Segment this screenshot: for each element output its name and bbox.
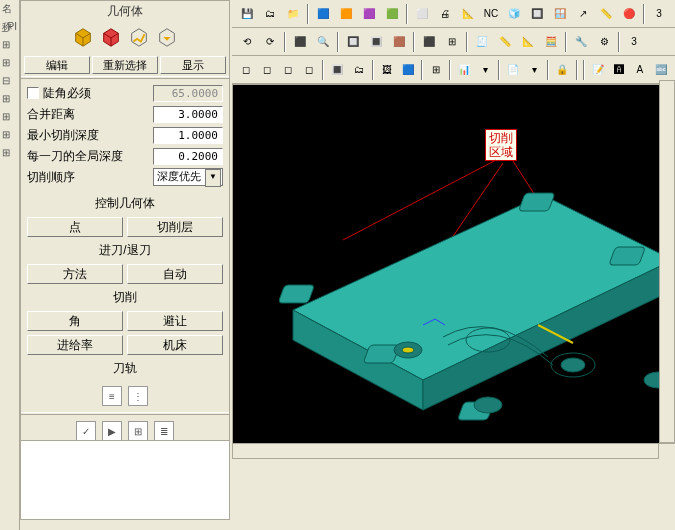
toolbar-button[interactable]: 🟦 xyxy=(312,3,334,25)
toolbar-button[interactable]: 🔍 xyxy=(312,31,334,53)
viewport-scrollbar-vertical[interactable] xyxy=(659,80,675,443)
svg-point-20 xyxy=(474,397,502,413)
toolbar-button[interactable]: 🔳 xyxy=(327,59,347,81)
tree-row[interactable]: ⊞ xyxy=(0,36,19,54)
geom-region-icon[interactable] xyxy=(156,26,178,48)
toolbar-button[interactable]: ⟲ xyxy=(236,31,258,53)
svg-point-18 xyxy=(561,358,585,372)
global-depth-input[interactable]: 0.2000 xyxy=(153,148,223,165)
toolbar-button[interactable]: ⬛ xyxy=(289,31,311,53)
toolbar-button[interactable]: 📝 xyxy=(588,59,608,81)
reselect-button[interactable]: 重新选择 xyxy=(92,56,158,74)
replay-icon[interactable]: ▶ xyxy=(102,421,122,441)
object-tree-strip[interactable]: 名称 _PI ⊞ ⊞ ⊟ ⊞ ⊞ ⊞ ⊞ xyxy=(0,0,20,530)
toolbar-button[interactable]: ⊞ xyxy=(426,59,446,81)
toolbar-button[interactable]: 💾 xyxy=(236,3,258,25)
cut-layer-button[interactable]: 切削层 xyxy=(127,217,223,237)
toolbar-row-2: ⟲⟳⬛🔍🔲🔳🟫⬛⊞🧾📏📐🧮🔧⚙3 xyxy=(232,28,675,56)
toolbar-button[interactable]: NC xyxy=(480,3,502,25)
toolbar-button[interactable]: 🔧 xyxy=(570,31,592,53)
toolbar-stack: 💾🗂📁🟦🟧🟪🟩⬜🖨📐NC🧊🔲🪟↗📏🔴3 ⟲⟳⬛🔍🔲🔳🟫⬛⊞🧾📏📐🧮🔧⚙3 ◻◻◻… xyxy=(232,0,675,85)
corner-button[interactable]: 角 xyxy=(27,311,123,331)
viewport-scrollbar-horizontal[interactable] xyxy=(232,443,659,459)
toolbar-button[interactable]: 🟩 xyxy=(381,3,403,25)
toolbar-button[interactable]: 🔴 xyxy=(618,3,640,25)
toolbar-button[interactable]: ◻ xyxy=(299,59,319,81)
workpiece-model[interactable] xyxy=(273,185,673,415)
toolbar-button[interactable]: ↗ xyxy=(572,3,594,25)
toolpath-section: 刀轨 xyxy=(21,357,229,380)
toolbar-button[interactable]: 🟧 xyxy=(335,3,357,25)
toolbar-button[interactable]: 🖨 xyxy=(434,3,456,25)
toolbar-button[interactable]: ⟳ xyxy=(259,31,281,53)
tree-row[interactable]: ⊟ xyxy=(0,72,19,90)
toolbar-button[interactable]: 3 xyxy=(648,3,670,25)
toolbar-button[interactable]: 📊 xyxy=(454,59,474,81)
tree-row[interactable]: ⊞ xyxy=(0,126,19,144)
toolbar-button[interactable]: 🔤 xyxy=(651,59,671,81)
min-cut-depth-input[interactable]: 1.0000 xyxy=(153,127,223,144)
toolbar-button[interactable]: 🅰 xyxy=(609,59,629,81)
toolbar-button[interactable]: 📄 xyxy=(503,59,523,81)
toolbar-button[interactable]: ▾ xyxy=(475,59,495,81)
toolbar-button[interactable]: 🪟 xyxy=(549,3,571,25)
toolbar-button[interactable]: 🗂 xyxy=(349,59,369,81)
toolbar-button[interactable]: 📐 xyxy=(517,31,539,53)
toolbar-button[interactable]: 📁 xyxy=(282,3,304,25)
toolbar-button[interactable]: 🔲 xyxy=(526,3,548,25)
toolbar-button[interactable]: 📐 xyxy=(457,3,479,25)
list-icon[interactable]: ≣ xyxy=(154,421,174,441)
toolbar-button[interactable]: 🧾 xyxy=(471,31,493,53)
toolbar-button[interactable]: ⚙ xyxy=(593,31,615,53)
cut-order-select[interactable]: 深度优先 xyxy=(153,168,223,186)
toolbar-button[interactable]: 🟦 xyxy=(398,59,418,81)
toolbar-button[interactable]: 3 xyxy=(623,31,645,53)
merge-distance-input[interactable]: 3.0000 xyxy=(153,106,223,123)
tree-row[interactable]: ⊞ xyxy=(0,54,19,72)
edit-button[interactable]: 编辑 xyxy=(24,56,90,74)
dialog-title: 几何体 xyxy=(21,1,229,22)
tree-row[interactable]: _PI xyxy=(0,18,19,36)
toolbar-button[interactable]: 🔲 xyxy=(342,31,364,53)
verify-icon[interactable]: ⊞ xyxy=(128,421,148,441)
toolbar-button[interactable]: 🔒 xyxy=(552,59,572,81)
toolbar-button[interactable]: 🧊 xyxy=(503,3,525,25)
toolbar-button[interactable]: 📏 xyxy=(494,31,516,53)
feedrate-button[interactable]: 进给率 xyxy=(27,335,123,355)
toolbar-button[interactable]: ◻ xyxy=(257,59,277,81)
geom-check-icon[interactable] xyxy=(128,26,150,48)
toolbar-button[interactable]: 🔳 xyxy=(365,31,387,53)
geom-solid-icon[interactable] xyxy=(72,26,94,48)
auto-button[interactable]: 自动 xyxy=(127,264,223,284)
toolbar-button[interactable]: A xyxy=(630,59,650,81)
toolbar-button[interactable]: 📏 xyxy=(595,3,617,25)
toolpath-list-icon[interactable]: ≡ xyxy=(102,386,122,406)
tree-row[interactable]: ⊞ xyxy=(0,144,19,162)
tree-row[interactable]: ⊞ xyxy=(0,108,19,126)
tree-row[interactable]: ⊞ xyxy=(0,90,19,108)
geom-wire-icon[interactable] xyxy=(100,26,122,48)
toolbar-button[interactable]: 🟫 xyxy=(388,31,410,53)
toolbar-button[interactable]: ◻ xyxy=(236,59,256,81)
display-button[interactable]: 显示 xyxy=(160,56,226,74)
toolbar-button[interactable]: 🗂 xyxy=(259,3,281,25)
toolbar-button[interactable]: 🟪 xyxy=(358,3,380,25)
method-button[interactable]: 方法 xyxy=(27,264,123,284)
engage-retract-section: 进刀/退刀 xyxy=(21,239,229,262)
toolpath-gouge-icon[interactable]: ⋮ xyxy=(128,386,148,406)
toolbar-button[interactable]: 🧮 xyxy=(540,31,562,53)
point-button[interactable]: 点 xyxy=(27,217,123,237)
toolbar-button[interactable]: ⬜ xyxy=(411,3,433,25)
toolbar-button[interactable]: ⊞ xyxy=(441,31,463,53)
toolbar-button[interactable]: ◻ xyxy=(278,59,298,81)
machine-button[interactable]: 机床 xyxy=(127,335,223,355)
avoid-button[interactable]: 避让 xyxy=(127,311,223,331)
toolbar-button[interactable]: ⬛ xyxy=(418,31,440,53)
toolbar-button[interactable]: ▾ xyxy=(524,59,544,81)
steep-required-checkbox[interactable] xyxy=(27,87,39,99)
toolbar-button[interactable]: 🖼 xyxy=(377,59,397,81)
toolbar-row-3: ◻◻◻◻🔳🗂🖼🟦⊞📊▾📄▾🔒📝🅰A🔤 xyxy=(232,56,675,84)
generate-icon[interactable]: ✓ xyxy=(76,421,96,441)
global-depth-label: 每一刀的全局深度 xyxy=(27,148,153,165)
3d-viewport[interactable]: 切削 区域 YM xyxy=(232,84,675,444)
